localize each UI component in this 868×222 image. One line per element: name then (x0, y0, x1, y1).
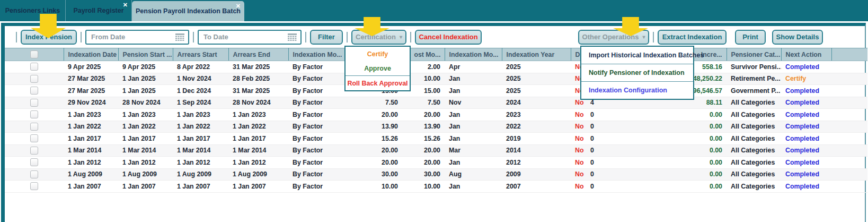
cell-next_action[interactable]: Completed (781, 144, 831, 157)
cell-indexation_year: 2025 (502, 73, 571, 85)
close-icon[interactable]: ✕ (236, 3, 241, 9)
cell-pension_start: 1 Jan 2012 (118, 157, 173, 169)
cell-arrears_end: 1 Jan 2023 (228, 109, 288, 121)
column-header-indexation_year[interactable]: Indexation Year (502, 48, 571, 61)
cell-indexation_date: 29 Nov 2024 (64, 97, 118, 109)
column-header-pensioner_category[interactable]: Pensioner Cat... (727, 48, 781, 61)
print-button[interactable]: Print (735, 30, 766, 45)
row-checkbox[interactable] (30, 63, 38, 71)
cell-next_action[interactable]: Certify (781, 73, 831, 85)
cell-next_action[interactable]: Completed (781, 61, 831, 73)
cell-indexation_year: 2014 (502, 144, 571, 157)
table-row: 1 Mar 20141 Mar 20141 Mar 20141 Mar 2014… (5, 144, 867, 157)
cell-select (5, 121, 64, 133)
row-checkbox[interactable] (30, 110, 38, 118)
cell-arrears_start: 1 Aug 2009 (173, 168, 228, 181)
cell-pensioner_category: All Categories (727, 157, 781, 169)
menu-item-indexation-configuration[interactable]: Indexation Configuration (581, 82, 693, 99)
cell-next_action[interactable]: Completed (781, 85, 831, 97)
cell-factor: 20.00 (347, 144, 402, 157)
row-checkbox[interactable] (30, 158, 38, 166)
column-header-indexation_mode[interactable]: Indexation Mo... (288, 48, 347, 61)
menu-item-notify-pensioner-of-indexation[interactable]: Notify Pensioner of Indexation (581, 64, 693, 81)
row-checkbox[interactable] (30, 182, 38, 190)
to-date-input[interactable] (203, 33, 285, 41)
cell-increase: 0.00 (660, 157, 727, 169)
extract-indexation-button[interactable]: Extract Indexation (658, 30, 727, 45)
close-icon[interactable]: ✕ (123, 2, 128, 8)
cell-next_action[interactable]: Completed (781, 109, 831, 121)
menu-item-approve[interactable]: Approve (346, 61, 410, 75)
cell-cost_mo: 20.00 (402, 144, 445, 157)
cell-next_action[interactable]: Completed (781, 121, 831, 133)
cell-indexation_date: 1 Jan 2023 (64, 109, 118, 121)
tab-pension-payroll-indexation-batch[interactable]: Pension Payroll Indexation Batch ✕ (132, 1, 244, 21)
cell-next_action[interactable]: Completed (781, 133, 831, 145)
cell-increase: 0.00 (660, 109, 727, 121)
cancel-indexation-button[interactable]: Cancel Indexation (415, 30, 482, 45)
cell-indexation_month: Jan (445, 133, 502, 145)
cell-count: 0 (586, 168, 660, 181)
column-header-indexation_date[interactable]: Indexation Date (64, 48, 118, 61)
column-header-arrears_start[interactable]: Arrears Start (173, 48, 228, 61)
cell-d_flag: No (571, 181, 586, 193)
certification-menu: Certify Approve Roll Back Approval (344, 46, 411, 91)
chevron-down-icon: ▾ (400, 34, 402, 40)
cell-arrears_start: 1 Jan 2017 (173, 133, 228, 145)
menu-item-certify[interactable]: Certify (346, 47, 410, 61)
from-date-field[interactable] (85, 30, 189, 45)
cell-select (5, 133, 64, 145)
cell-indexation_year: 2012 (502, 157, 571, 169)
toolbar-separator (410, 32, 411, 42)
cell-next_action[interactable]: Completed (781, 181, 831, 193)
row-checkbox[interactable] (30, 134, 38, 142)
cell-arrears_start: 1 Jan 2012 (173, 157, 228, 169)
column-header-next_action[interactable]: Next Action (781, 48, 831, 61)
cell-pensioner_category: All Categories (727, 97, 781, 109)
to-date-field[interactable] (198, 30, 302, 45)
row-checkbox[interactable] (30, 147, 38, 155)
row-checkbox[interactable] (30, 170, 38, 178)
cell-d_flag: No (571, 109, 586, 121)
cell-indexation_mode: By Factor (288, 144, 347, 157)
row-checkbox[interactable] (30, 87, 38, 95)
cell-indexation_mode: By Factor (288, 157, 347, 169)
column-header-filler[interactable] (831, 48, 867, 61)
table-row: 27 Mar 20251 Jan 20251 Nov 202428 Feb 20… (5, 73, 867, 85)
cell-next_action[interactable]: Completed (781, 168, 831, 181)
cell-increase: 0.00 (660, 181, 727, 193)
menu-item-roll-back-approval[interactable]: Roll Back Approval (346, 76, 410, 90)
filter-button[interactable]: Filter (310, 30, 343, 45)
column-header-indexation_month[interactable]: Indexation Mo... (445, 48, 502, 61)
toolbar: Index Pension (5, 26, 865, 48)
cell-indexation_month: Jan (445, 181, 502, 193)
cell-indexation_year: 2022 (502, 121, 571, 133)
show-details-button[interactable]: Show Details (772, 30, 823, 45)
cell-select (5, 85, 64, 97)
calendar-icon[interactable] (288, 33, 297, 41)
cell-next_action[interactable]: Completed (781, 157, 831, 169)
cell-pensioner_category: All Categories (727, 133, 781, 145)
row-checkbox[interactable] (30, 75, 38, 83)
cell-filler (831, 144, 867, 157)
cell-next_action[interactable]: Completed (781, 97, 831, 109)
cell-factor: 20.00 (347, 157, 402, 169)
tab-payroll-register[interactable]: Payroll Register ✕ (66, 0, 132, 21)
column-header-arrears_end[interactable]: Arrears End (228, 48, 288, 61)
column-header-select[interactable] (5, 48, 64, 61)
cell-indexation_year: 2025 (502, 61, 571, 73)
menu-item-import-historical-indexation-batches[interactable]: Import Historical Indexation Batches ▸ (581, 47, 693, 64)
cell-indexation_month: Mar (445, 144, 502, 157)
from-date-input[interactable] (91, 33, 172, 41)
cell-factor: 30.00 (347, 168, 402, 181)
cell-pension_start: 28 Nov 2024 (118, 97, 173, 109)
row-checkbox[interactable] (30, 123, 38, 131)
column-header-pension_start[interactable]: Pension Start ... (118, 48, 173, 61)
cell-arrears_end: 1 Jan 2022 (228, 121, 288, 133)
cell-indexation_date: 1 Jan 2007 (64, 181, 118, 193)
calendar-icon[interactable] (175, 33, 184, 41)
cell-filler (831, 73, 867, 85)
row-checkbox[interactable] (30, 99, 38, 107)
cell-indexation_mode: By Factor (288, 168, 347, 181)
select-all-checkbox[interactable] (30, 50, 38, 58)
